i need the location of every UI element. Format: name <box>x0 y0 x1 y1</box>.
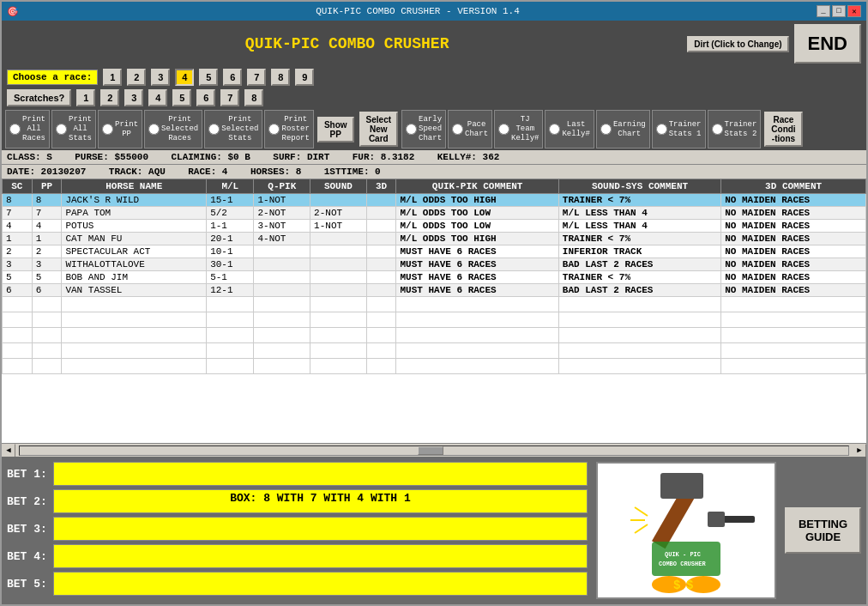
table-row[interactable]: 66VAN TASSEL12-1MUST HAVE 6 RACESBAD LAS… <box>3 284 866 297</box>
table-cell: 5 <box>32 271 62 284</box>
print-pp-radio[interactable] <box>102 124 113 135</box>
scratch-btn-4[interactable]: 4 <box>148 89 167 106</box>
earnings-chart-radio[interactable] <box>600 124 612 135</box>
scratch-btn-7[interactable]: 7 <box>220 89 239 106</box>
race-btn-9[interactable]: 9 <box>295 69 314 86</box>
table-row[interactable]: 44POTUS1-13-NOT1-NOTM/L ODDS TOO LOWM/L … <box>3 220 866 233</box>
last-kelly-radio[interactable] <box>549 124 560 135</box>
race-btn-2[interactable]: 2 <box>127 69 146 86</box>
table-cell: 6 <box>3 284 33 297</box>
table-cell-empty <box>558 359 720 374</box>
race-conditions-button[interactable]: RaceCondi-tions <box>764 112 802 147</box>
trainer-stats2-radio[interactable] <box>712 124 723 135</box>
table-cell: NO MAIDEN RACES <box>721 258 866 271</box>
print-all-stats-radio[interactable] <box>56 124 67 135</box>
scroll-left-button[interactable]: ◀ <box>2 444 15 458</box>
table-row[interactable]: 22SPECTACULAR ACT10-1MUST HAVE 6 RACESIN… <box>3 245 866 258</box>
table-row[interactable]: 55BOB AND JIM5-1MUST HAVE 6 RACESTRAINER… <box>3 271 866 284</box>
table-cell: 4 <box>32 220 62 233</box>
table-cell: BAD LAST 2 RACES <box>558 258 720 271</box>
table-cell: M/L ODDS TOO HIGH <box>396 194 558 207</box>
bet-row-5: BET 5: <box>7 572 588 596</box>
race-btn-1[interactable]: 1 <box>103 69 122 86</box>
race-btn-7[interactable]: 7 <box>247 69 266 86</box>
scratch-btn-1[interactable]: 1 <box>76 89 95 106</box>
select-new-card-button[interactable]: SelectNewCard <box>359 112 398 147</box>
scratch-btn-3[interactable]: 3 <box>124 89 143 106</box>
last-kelly-label: LastKelly# <box>562 120 589 139</box>
race-btn-8[interactable]: 8 <box>271 69 290 86</box>
race-btn-6[interactable]: 6 <box>223 69 242 86</box>
table-row[interactable]: 11CAT MAN FU20-14-NOTM/L ODDS TOO HIGHTR… <box>3 233 866 245</box>
title-bar-icon: 🎯 <box>7 6 19 17</box>
horizontal-scrollbar[interactable] <box>19 445 849 456</box>
col-3d: 3D <box>366 179 396 194</box>
print-roster-label: PrintRosterReport <box>281 115 309 142</box>
print-sel-stats-radio[interactable] <box>208 124 220 135</box>
svg-text:COMBO CRUSHER: COMBO CRUSHER <box>659 561 706 567</box>
toolbar: PrintAllRaces PrintAllStats PrintPP Prin… <box>2 108 866 150</box>
bet-input-4[interactable] <box>53 544 588 568</box>
show-pp-button[interactable]: ShowPP <box>317 117 354 142</box>
betting-guide-button[interactable]: BETTINGGUIDE <box>785 507 861 554</box>
table-cell: 12-1 <box>207 284 254 297</box>
data-table-container: SC PP HORSE NAME M/L Q-PIK SOUND 3D QUIK… <box>2 179 866 443</box>
bet-input-5[interactable] <box>53 572 588 596</box>
scratch-btn-8[interactable]: 8 <box>244 89 263 106</box>
print-pp-group: PrintPP <box>98 110 142 148</box>
print-all-races-radio[interactable] <box>9 124 21 135</box>
app-window: 🎯 QUIK-PIC COMBO CRUSHER - VERSION 1.4 _… <box>0 0 868 606</box>
print-sel-races-radio[interactable] <box>148 124 160 135</box>
print-all-races-label: PrintAllRaces <box>22 115 45 142</box>
maximize-btn[interactable]: □ <box>832 5 846 17</box>
bet-input-3[interactable] <box>53 517 588 541</box>
table-cell: JACK'S R WILD <box>62 194 207 207</box>
early-speed-radio[interactable] <box>406 124 417 135</box>
print-selected-races-label: PrintSelectedRaces <box>161 115 198 142</box>
table-row[interactable]: 77PAPA TOM5/22-NOT2-NOTM/L ODDS TOO LOWM… <box>3 207 866 220</box>
table-cell-empty <box>558 312 720 328</box>
scratch-btn-2[interactable]: 2 <box>100 89 119 106</box>
table-cell <box>310 245 367 258</box>
table-cell-empty <box>3 297 33 312</box>
table-cell: 1-NOT <box>254 194 310 207</box>
info-row: CLASS: S PURSE: $55000 CLAIMING: $0 B SU… <box>2 150 866 164</box>
scratch-btn-6[interactable]: 6 <box>196 89 215 106</box>
end-button[interactable]: END <box>794 24 861 64</box>
table-cell-empty <box>396 297 558 312</box>
trainer-stats1-radio[interactable] <box>656 124 667 135</box>
table-cell <box>254 258 310 271</box>
table-cell-empty <box>558 297 720 312</box>
race-btn-3[interactable]: 3 <box>151 69 170 86</box>
close-btn[interactable]: ✕ <box>847 5 861 17</box>
bet-input-2[interactable]: BOX: 8 WITH 7 WITH 4 WITH 1 <box>53 489 588 513</box>
tj-team-kelly-radio[interactable] <box>498 124 509 135</box>
dirt-button[interactable]: Dirt (Click to Change) <box>687 36 788 52</box>
bet-row-3: BET 3: <box>7 517 588 541</box>
choose-race-label: Choose a race: <box>7 70 98 85</box>
pace-chart-radio[interactable] <box>452 124 463 135</box>
app-title: QUIK-PIC COMBO CRUSHER <box>7 35 687 52</box>
scrollbar-thumb[interactable] <box>418 446 443 455</box>
claiming-info: CLAIMING: $0 B <box>171 152 250 162</box>
table-cell: CAT MAN FU <box>62 233 207 245</box>
scratches-button[interactable]: Scratches? <box>7 89 71 106</box>
table-cell: 5 <box>3 271 33 284</box>
table-row[interactable]: 88JACK'S R WILD15-11-NOTM/L ODDS TOO HIG… <box>3 194 866 207</box>
print-roster-radio[interactable] <box>268 124 280 135</box>
table-cell-empty <box>310 343 367 359</box>
table-row[interactable]: 33WITHALOTTALOVE30-1MUST HAVE 6 RACESBAD… <box>3 258 866 271</box>
class-info: CLASS: S <box>7 152 52 162</box>
table-cell-empty <box>207 359 254 374</box>
scratch-btn-5[interactable]: 5 <box>172 89 191 106</box>
race-btn-5[interactable]: 5 <box>199 69 218 86</box>
table-cell: 4-NOT <box>254 233 310 245</box>
bet-input-1[interactable] <box>53 462 588 486</box>
title-bar: 🎯 QUIK-PIC COMBO CRUSHER - VERSION 1.4 _… <box>2 2 866 21</box>
race-btn-4[interactable]: 4 <box>175 69 194 86</box>
data-table: SC PP HORSE NAME M/L Q-PIK SOUND 3D QUIK… <box>2 179 866 374</box>
minimize-btn[interactable]: _ <box>817 5 830 17</box>
table-cell-empty <box>32 359 62 374</box>
scroll-right-button[interactable]: ▶ <box>853 444 866 458</box>
table-cell-empty <box>558 328 720 343</box>
